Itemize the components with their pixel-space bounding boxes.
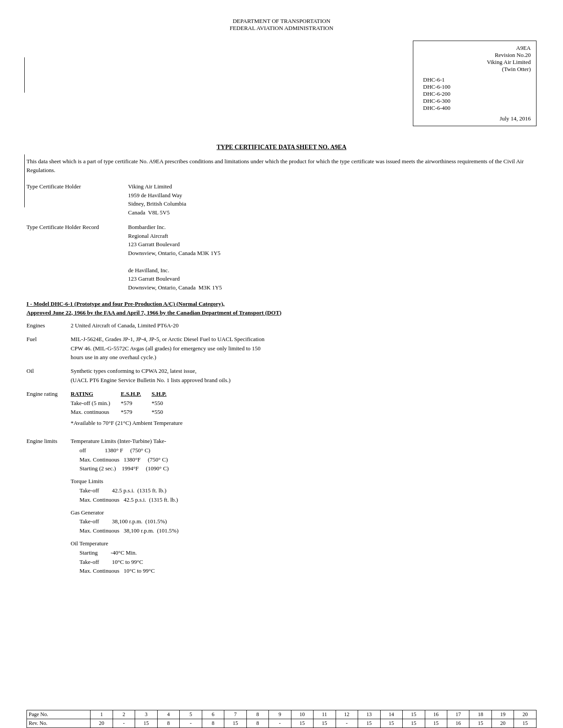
- header-line2: FEDERAL AVIATION ADMINISTRATION: [26, 25, 537, 32]
- gas-gen-title: Gas Generator: [71, 508, 537, 518]
- rating-row2-shp: *550: [151, 408, 177, 417]
- gas-gen-takeoff-line: Take-off 38,100 r.p.m. (101.5%): [79, 517, 537, 526]
- rating-header-row: RATING E.S.H.P. S.H.P.: [71, 390, 177, 399]
- info-box: A9EA Revision No.20 Viking Air Limited (…: [413, 41, 537, 126]
- rev-col-19: 20: [491, 719, 514, 728]
- gas-gen-maxcont-line: Max. Continuous 38,100 r.p.m. (101.5%): [79, 526, 537, 536]
- fuel-label: Fuel: [26, 335, 71, 362]
- rating-row1-shp: *550: [151, 399, 177, 408]
- rating-row1-label: Take-off (5 min.): [71, 399, 121, 408]
- oil-row: Oil Synthetic types conforming to CPWA 2…: [26, 367, 537, 385]
- fuel-value: MIL-J-5624E, Grades JP-1, JP-4, JP-5, or…: [71, 335, 537, 362]
- rev-col-2: -: [113, 719, 135, 728]
- rating-block: RATING E.S.H.P. S.H.P. Take-off (5 min.)…: [71, 390, 537, 428]
- section-i-heading: I - Model DHC-6-1 (Prototype and four Pr…: [26, 300, 537, 317]
- rev-col-13: 15: [358, 719, 380, 728]
- margin-line-bottom: [24, 154, 25, 207]
- section-i-subheading-text: Approved June 22, 1966 by the FAA and Ap…: [26, 309, 281, 316]
- engine-limits-value: Temperature Limits (Inter-Turbine) Take-…: [71, 437, 537, 579]
- revision: Revision No.20: [495, 52, 531, 58]
- info-box-header: A9EA Revision No.20 Viking Air Limited (…: [419, 45, 531, 73]
- fuel-row: Fuel MIL-J-5624E, Grades JP-1, JP-4, JP-…: [26, 335, 537, 362]
- torque-limits-section: Torque Limits Take-off 42.5 p.s.i. (1315…: [71, 477, 537, 504]
- model-2: DHC-6-100: [423, 83, 531, 90]
- oil-temp-starting-line: Starting -40°C Min.: [79, 548, 537, 558]
- torque-limits-title: Torque Limits: [71, 477, 537, 486]
- type-cert-holder-record-row: Type Certificate Holder Record Bombardie…: [26, 223, 537, 292]
- page-col-7: 7: [224, 710, 246, 719]
- engine-rating-value: RATING E.S.H.P. S.H.P. Take-off (5 min.)…: [71, 390, 537, 432]
- model-5: DHC-6-400: [423, 105, 531, 112]
- rating-row2-eshp: *579: [121, 408, 151, 417]
- rev-col-18: 15: [469, 719, 491, 728]
- rating-col-header: RATING: [71, 390, 121, 399]
- page-col-11: 11: [314, 710, 336, 719]
- section-i-heading-text: I - Model DHC-6-1 (Prototype and four Pr…: [26, 300, 225, 307]
- temp-max-cont-line: Max. Continuous 1380°F (750° C): [79, 455, 537, 465]
- rev-col-17: 16: [447, 719, 469, 728]
- temp-limits-title: Temperature Limits (Inter-Turbine) Take-: [71, 437, 537, 446]
- type-cert-holder-row: Type Certificate Holder Viking Air Limit…: [26, 182, 537, 217]
- temp-starting-line: Starting (2 sec.) 1994°F (1090° C): [79, 464, 537, 473]
- oil-temp-takeoff-line: Take-off 10°C to 99°C: [79, 558, 537, 567]
- page-col-4: 4: [157, 710, 179, 719]
- rev-col-8: 8: [246, 719, 268, 728]
- page-col-6: 6: [202, 710, 224, 719]
- gas-gen-section: Gas Generator Take-off 38,100 r.p.m. (10…: [71, 508, 537, 536]
- rating-row2-label: Max. continuous: [71, 408, 121, 417]
- torque-maxcont-line: Max. Continuous 42.5 p.s.i. (1315 ft. lb…: [79, 495, 537, 505]
- engine-rating-row: Engine rating RATING E.S.H.P. S.H.P. Tak…: [26, 390, 537, 432]
- page-col-18: 18: [469, 710, 491, 719]
- rev-col-1: 20: [91, 719, 113, 728]
- type-cert-holder-record-value: Bombardier Inc. Regional Aircraft 123 Ga…: [128, 223, 537, 292]
- page-col-2: 2: [113, 710, 135, 719]
- rev-col-3: 15: [135, 719, 157, 728]
- rev-col-11: 15: [314, 719, 336, 728]
- model-1: DHC-6-1: [423, 76, 531, 83]
- rating-row-2: Max. continuous *579 *550: [71, 408, 177, 417]
- rev-col-12: -: [336, 719, 358, 728]
- rating-row-1: Take-off (5 min.) *579 *550: [71, 399, 177, 408]
- rev-col-10: 15: [291, 719, 313, 728]
- page-col-1: 1: [91, 710, 113, 719]
- model-list: DHC-6-1 DHC-6-100 DHC-6-200 DHC-6-300 DH…: [423, 76, 531, 112]
- page-header: DEPARTMENT OF TRANSPORTATION FEDERAL AVI…: [26, 18, 537, 32]
- model-4: DHC-6-300: [423, 98, 531, 105]
- type-cert-holder-record-label: Type Certificate Holder Record: [26, 223, 128, 292]
- eshp-col-header: E.S.H.P.: [121, 390, 151, 399]
- page-col-13: 13: [358, 710, 380, 719]
- rev-col-15: 15: [403, 719, 425, 728]
- subtitle: (Twin Otter): [502, 66, 531, 72]
- page-col-14: 14: [380, 710, 402, 719]
- engine-limits-label: Engine limits: [26, 437, 71, 579]
- doc-id: A9EA: [516, 45, 531, 51]
- rev-col-20: 15: [514, 719, 537, 728]
- doc-date: July 14, 2016: [419, 115, 531, 122]
- rev-col-16: 15: [425, 719, 447, 728]
- model-3: DHC-6-200: [423, 90, 531, 98]
- intro-text: This data sheet which is a part of type …: [26, 157, 537, 174]
- rev-col-14: 15: [380, 719, 402, 728]
- engine-limits-row: Engine limits Temperature Limits (Inter-…: [26, 437, 537, 579]
- page-col-8: 8: [246, 710, 268, 719]
- page-no-row: Page No. 1 2 3 4 5 6 7 8 9 10 11 12 13 1…: [27, 710, 537, 719]
- temp-off-line: off 1380° F (750° C): [79, 446, 537, 455]
- oil-value: Synthetic types conforming to CPWA 202, …: [71, 367, 537, 385]
- rating-table: RATING E.S.H.P. S.H.P. Take-off (5 min.)…: [71, 390, 177, 417]
- engines-row: Engines 2 United Aircraft of Canada, Lim…: [26, 321, 537, 330]
- type-cert-holder-label: Type Certificate Holder: [26, 182, 128, 217]
- temp-limits-section: Temperature Limits (Inter-Turbine) Take-…: [71, 437, 537, 473]
- doc-title: TYPE CERTIFICATE DATA SHEET NO. A9EA: [26, 144, 537, 151]
- page-col-17: 17: [447, 710, 469, 719]
- oil-temp-maxcont-line: Max. Continuous 10°C to 99°C: [79, 567, 537, 576]
- rev-col-4: 8: [157, 719, 179, 728]
- page-col-15: 15: [403, 710, 425, 719]
- rating-note: *Available to 70°F (21°C) Ambient Temper…: [71, 419, 537, 428]
- page-table-container: Page No. 1 2 3 4 5 6 7 8 9 10 11 12 13 1…: [0, 710, 563, 728]
- oil-label: Oil: [26, 367, 71, 385]
- margin-line-top: [24, 57, 25, 93]
- page-col-12: 12: [336, 710, 358, 719]
- page-no-label: Page No.: [27, 710, 91, 719]
- shp-col-header: S.H.P.: [151, 390, 177, 399]
- rev-col-5: -: [180, 719, 202, 728]
